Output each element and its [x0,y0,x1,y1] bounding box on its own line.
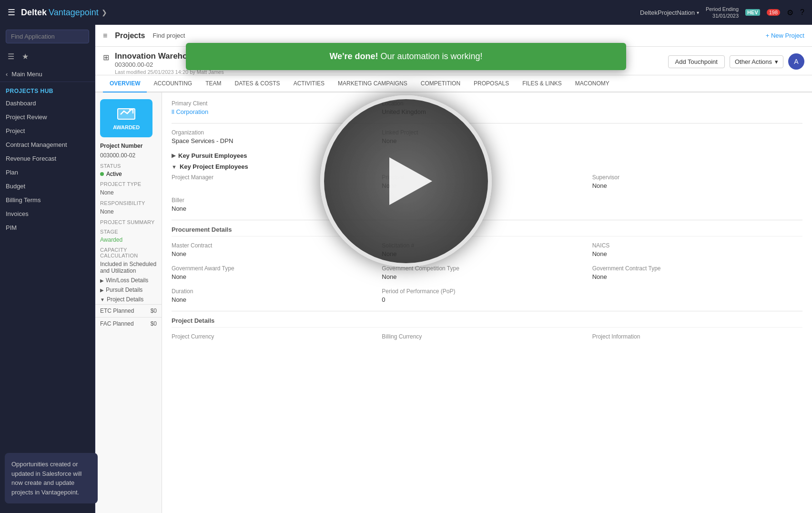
etc-label: ETC Planned [100,308,134,314]
find-project-button[interactable]: Find project [152,32,185,39]
status-label: Status [95,160,162,170]
user-menu[interactable]: DeltekProjectNation ▾ [640,9,699,16]
divider-3 [172,311,802,311]
win-loss-item[interactable]: ▶ Win/Loss Details [95,276,162,285]
tab-proposals[interactable]: PROPOSALS [467,75,516,92]
sidebar-item-revenue-forecast[interactable]: Revenue Forecast [0,152,95,165]
duration-col: Duration None [172,288,382,303]
notification-bold: We're done! [329,51,378,61]
win-loss-arrow: ▶ [100,278,104,283]
responsibility-label: Responsibility [95,197,162,207]
sidebar-item-contract-management[interactable]: Contract Management [0,138,95,152]
period-ending: Period Ending 31/01/2023 [706,6,739,20]
govt-award-value: None [172,273,376,280]
hev-badge: HEV [745,9,760,16]
sidebar-star-icon[interactable]: ★ [20,50,30,63]
search-input[interactable] [6,30,89,43]
logo-deltek: Deltek [21,8,47,18]
status-row: Active [95,170,162,178]
project-details-arrow: ▼ [100,297,105,302]
notification-badge[interactable]: 198 [767,9,780,16]
play-button-icon[interactable] [389,157,432,205]
project-currency-col: Project Currency [172,333,382,341]
etc-row: ETC Planned $0 [95,304,162,317]
tab-marketing-campaigns[interactable]: MARKETING CAMPAIGNS [331,75,414,92]
responsibility-value: None [95,207,162,216]
status-value: Active [106,171,122,177]
project-details-label: Project Details [107,296,143,303]
govt-contract-col: Government Contract Type None [592,265,802,280]
tab-team[interactable]: TEAM [199,75,228,92]
topbar-right: DeltekProjectNation ▾ Period Ending 31/0… [640,6,804,20]
project-summary-label: Project Summary [95,216,162,226]
billing-currency-col: Billing Currency [382,333,592,341]
other-actions-label: Other Actions [735,58,772,65]
pursuit-expand-icon: ▶ [172,153,175,159]
gear-icon[interactable]: ⚙ [787,8,793,17]
sidebar-item-budget[interactable]: Budget [0,179,95,193]
capacity-calc-label: Capacity Calculation [95,244,162,259]
project-number-label: Project Number [95,141,162,151]
sidebar: ☰ ★ ‹ Main Menu PROJECTS HUB Dashboard P… [0,25,95,513]
billing-currency-label: Billing Currency [382,333,586,340]
sidebar-item-dashboard[interactable]: Dashboard [0,96,95,110]
supervisor-value: None [592,182,797,189]
tab-files-links[interactable]: FILES & LINKS [516,75,568,92]
logo: Deltek Vantagepoint [21,8,99,18]
project-icon-box: AWARDED [100,99,152,137]
govt-contract-value: None [592,273,797,280]
awarded-badge: AWARDED [100,123,152,132]
project-expand-icon: ▼ [172,164,177,170]
procurement-row2: Government Award Type None Government Co… [172,265,802,280]
tab-accounting[interactable]: ACCOUNTING [147,75,199,92]
project-info-col: Project Information [592,333,802,341]
pop-col: Period of Performance (PoP) 0 [382,288,592,303]
logo-vantagepoint: Vantagepoint [49,8,99,18]
etc-value: $0 [151,308,157,314]
sidebar-item-plan[interactable]: Plan [0,165,95,179]
new-project-button[interactable]: + New Project [766,32,804,39]
pursuit-arrow: ▶ [100,287,104,293]
projects-title: Projects [115,31,145,40]
stage-value: Awarded [95,236,162,244]
govt-contract-label: Government Contract Type [592,265,797,272]
naics-col: NAICS None [592,242,802,257]
sidebar-menu-icon[interactable]: ☰ [6,50,16,63]
tabs: OVERVIEW ACCOUNTING TEAM DATES & COSTS A… [95,75,812,92]
supervisor-col: Supervisor None [592,174,802,189]
list-icon[interactable]: ⊞ [103,51,109,62]
tab-competition[interactable]: COMPETITION [414,75,467,92]
main-menu-label: Main Menu [11,71,42,78]
list-view-icon[interactable]: ≡ [103,31,107,40]
video-circle[interactable] [320,95,492,267]
video-overlay[interactable] [320,95,492,267]
project-type-value: None [95,188,162,197]
duration-pop-row: Duration None Period of Performance (PoP… [172,288,802,303]
status-dot [100,172,104,176]
sidebar-item-invoices[interactable]: Invoices [0,207,95,221]
other-actions-button[interactable]: Other Actions ▾ [730,55,783,68]
add-touchpoint-button[interactable]: Add Touchpoint [668,55,725,68]
tooltip-text: Opportunities created or updated in Sale… [11,461,81,496]
back-arrow-icon: ‹ [6,71,8,78]
sidebar-item-billing-terms[interactable]: Billing Terms [0,193,95,207]
project-details-item[interactable]: ▼ Project Details [95,295,162,304]
tab-activities[interactable]: ACTIVITIES [287,75,331,92]
pursuit-details-item[interactable]: ▶ Pursuit Details [95,285,162,295]
naics-label: NAICS [592,242,797,249]
sidebar-item-project-review[interactable]: Project Review [0,110,95,124]
username-label: DeltekProjectNation [640,9,695,16]
help-icon[interactable]: ? [800,8,804,17]
sidebar-item-pim[interactable]: PIM [0,221,95,235]
menu-icon[interactable]: ☰ [8,7,15,18]
tab-overview[interactable]: OVERVIEW [103,75,147,92]
search-container [0,25,95,48]
sidebar-icon-row: ☰ ★ [0,48,95,67]
sidebar-item-project[interactable]: Project [0,124,95,138]
topbar: ☰ Deltek Vantagepoint ❯ DeltekProjectNat… [0,0,812,25]
tab-dates-costs[interactable]: DATES & COSTS [228,75,286,92]
project-info-label: Project Information [592,333,797,340]
govt-competition-value: None [382,273,586,280]
tab-maconomy[interactable]: MACONOMY [568,75,616,92]
main-menu-item[interactable]: ‹ Main Menu [0,67,95,82]
